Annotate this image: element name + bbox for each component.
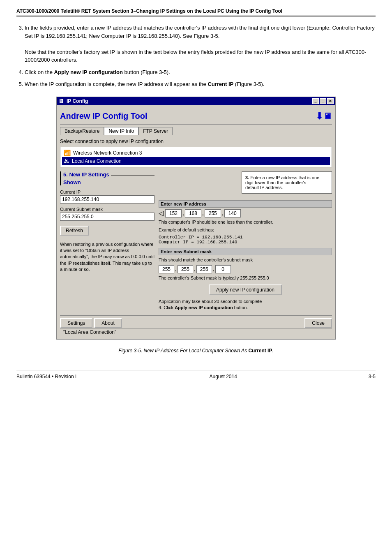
tab-new-ip-info[interactable]: New IP Info [104, 127, 138, 135]
right-panel: 3. Enter a new IP address that is one di… [159, 171, 332, 311]
figure-window: 🖥 IP Config _ □ ✕ Andrew IP Config Tool … [56, 97, 336, 340]
subnet-input-row: . . . [159, 265, 332, 273]
app-title-bar: Andrew IP Config Tool ⬇🖥 [60, 109, 332, 125]
subnet-segment-1[interactable] [159, 265, 174, 273]
close-window-button[interactable]: Close [304, 318, 332, 328]
titlebar-icon: 🖥 [58, 98, 64, 104]
step-3: In the fields provided, enter a new IP a… [25, 24, 376, 64]
footer-left: Bulletin 639544 • Revision L [16, 374, 78, 379]
refresh-button[interactable]: Refresh [60, 226, 89, 236]
step-5-label: 5. New IP Settings [63, 171, 109, 178]
tabs-bar: Backup/Restore New IP Info FTP Server [60, 127, 332, 135]
step-5: When the IP configuration is complete, t… [25, 80, 376, 88]
step-5-shown: Shown [63, 179, 109, 185]
callout-3-text1: Enter a new IP address that is one [250, 175, 319, 180]
connection-wireless[interactable]: 📶 Wireless Network Connection 3 [62, 149, 330, 157]
left-panel-note: When restoring a previous configuration … [60, 241, 154, 273]
callout-3-text2: digit lower than the controller's [245, 180, 306, 185]
close-button[interactable]: ✕ [327, 98, 334, 104]
bottom-left-buttons: Settings About [60, 318, 122, 328]
subnet-segment-4[interactable] [215, 265, 231, 273]
window-titlebar: 🖥 IP Config _ □ ✕ [57, 97, 335, 105]
select-connection-title: Select connection to apply new IP config… [60, 139, 332, 144]
ip-example1: Controller IP = 192.168.255.141 [159, 235, 332, 240]
wireless-icon: 📶 [64, 150, 71, 156]
page-header: ATC300-1000/2000 Teletilt® RET System Se… [16, 8, 376, 16]
status-bar: "Local Area Connection" [60, 328, 332, 336]
window-title: IP Config [67, 98, 88, 104]
current-ip-label: Current IP [60, 190, 154, 194]
callout-4-text: 4. Click Apply new IP configuration butt… [159, 305, 248, 310]
callout-3-text3: default IP address. [245, 185, 283, 190]
ip-info2: Example of default settings: [159, 227, 332, 233]
page-footer: Bulletin 639544 • Revision L August 2014… [16, 370, 376, 379]
ip-info1: This computer's IP should be one less th… [159, 219, 332, 225]
settings-button[interactable]: Settings [60, 318, 92, 328]
ip-segment-3[interactable] [205, 209, 221, 217]
subnet-info: This should match the controller's subne… [159, 257, 332, 263]
titlebar-buttons[interactable]: _ □ ✕ [312, 98, 334, 104]
current-subnet-label: Current Subnet mask [60, 207, 154, 212]
about-button[interactable]: About [94, 318, 122, 328]
step-4: Click on the Apply new IP configuration … [25, 68, 376, 76]
ip-segment-4[interactable] [224, 209, 241, 217]
subnet-section: Enter new Subnet mask This should match … [159, 248, 332, 311]
ip-example2: Computer IP = 192.168.255.140 [159, 240, 332, 245]
connection-local-area[interactable]: 🖧 Local Area Connection [62, 157, 330, 165]
connection-wireless-label: Wireless Network Connection 3 [73, 150, 142, 156]
tab-ftp-server[interactable]: FTP Server [138, 127, 173, 135]
subnet-segment-3[interactable] [196, 265, 212, 273]
main-split: 5. New IP Settings Shown Current IP 192.… [60, 171, 332, 311]
footer-right: 3-5 [369, 374, 376, 379]
current-subnet-value: 255.255.255.0 [60, 213, 154, 221]
window-content: Andrew IP Config Tool ⬇🖥 Backup/Restore … [57, 105, 335, 339]
left-panel: 5. New IP Settings Shown Current IP 192.… [60, 171, 154, 311]
figure-caption: Figure 3-5. New IP Address For Local Com… [16, 348, 376, 354]
maximize-button[interactable]: □ [320, 98, 326, 104]
enter-ip-section: Enter new IP address ◁ . . . This comput… [159, 200, 332, 245]
apply-button[interactable]: Apply new IP configuration [209, 284, 282, 295]
current-ip-value: 192.168.255.140 [60, 195, 154, 204]
connection-list: 📶 Wireless Network Connection 3 🖧 Local … [60, 147, 332, 167]
minimize-button[interactable]: _ [312, 98, 319, 104]
ip-segment-1[interactable] [165, 209, 182, 217]
tab-backup-restore[interactable]: Backup/Restore [60, 127, 104, 135]
enter-subnet-label: Enter new Subnet mask [159, 248, 332, 255]
subnet-segment-2[interactable] [178, 265, 193, 273]
ip-triangle-icon: ◁ [159, 209, 164, 217]
subnet-note: The controller's Subnet mask is typicall… [159, 275, 332, 281]
callout-3-number: 3. [245, 175, 249, 180]
apply-note: Application may take about 20 seconds to… [159, 298, 332, 311]
status-text: "Local Area Connection" [63, 329, 116, 335]
bottom-bar: Settings About Close [60, 315, 332, 328]
app-title-icon: ⬇🖥 [316, 111, 332, 122]
ip-input-row: ◁ . . . [159, 209, 332, 217]
app-title-text: Andrew IP Config Tool [60, 111, 148, 121]
ip-segment-2[interactable] [185, 209, 201, 217]
footer-center: August 2014 [209, 374, 237, 379]
enter-ip-label: Enter new IP address [159, 200, 332, 208]
connection-local-area-label: Local Area Connection [72, 158, 122, 164]
local-area-icon: 🖧 [64, 158, 69, 164]
